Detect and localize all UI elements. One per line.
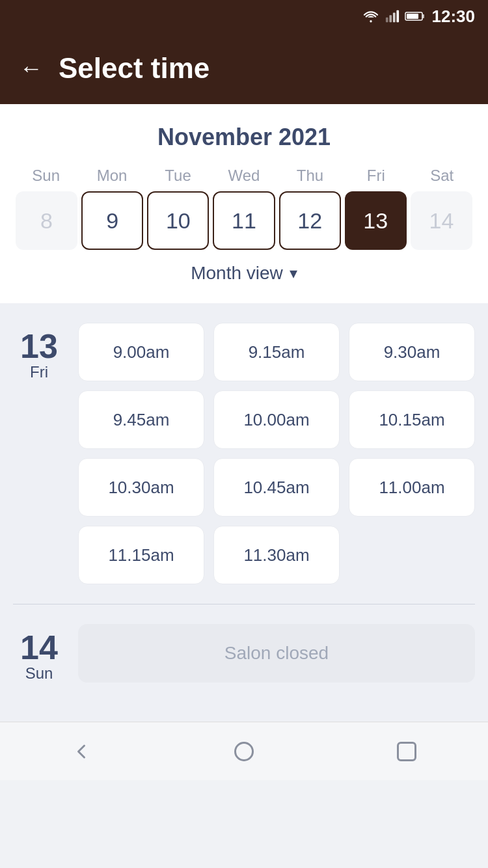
days-row: 8 9 10 11 12 13 14	[13, 191, 475, 250]
time-slot-1100am[interactable]: 11.00am	[349, 458, 475, 517]
day-14-section: 14 Sun Salon closed	[13, 624, 475, 683]
day-13[interactable]: 13	[345, 191, 407, 250]
header: ← Select time	[0, 33, 488, 104]
day-12[interactable]: 12	[279, 191, 341, 250]
svg-point-7	[236, 742, 253, 760]
time-slot-1015am[interactable]: 10.15am	[349, 390, 475, 449]
weekday-tue: Tue	[145, 167, 211, 185]
time-section: 13 Fri 9.00am 9.15am 9.30am 9.45am 10.00…	[0, 303, 488, 722]
day-13-slots-grid: 9.00am 9.15am 9.30am 9.45am 10.00am 10.1…	[78, 323, 475, 584]
time-slot-1045am[interactable]: 10.45am	[213, 458, 340, 517]
day-13-label: 13 Fri	[13, 323, 65, 381]
nav-back-button[interactable]	[65, 735, 98, 768]
day-13-number: 13	[20, 329, 58, 363]
home-nav-icon	[232, 740, 256, 763]
time-slot-1030am[interactable]: 10.30am	[78, 458, 204, 517]
weekday-sat: Sat	[409, 167, 475, 185]
day-13-section: 13 Fri 9.00am 9.15am 9.30am 9.45am 10.00…	[13, 323, 475, 584]
time-slot-1115am[interactable]: 11.15am	[78, 526, 204, 584]
day-14-label: 14 Sun	[13, 624, 65, 683]
nav-home-button[interactable]	[228, 735, 260, 768]
day-13-name: Fri	[30, 363, 48, 381]
calendar-section: November 2021 Sun Mon Tue Wed Thu Fri Sa…	[0, 104, 488, 303]
nav-recent-button[interactable]	[390, 735, 423, 768]
status-time: 12:30	[432, 7, 476, 27]
svg-rect-6	[407, 14, 418, 19]
back-nav-icon	[70, 740, 93, 763]
month-view-label: Month view	[191, 263, 283, 284]
time-slot-1000am[interactable]: 10.00am	[213, 390, 340, 449]
month-view-toggle[interactable]: Month view ▾	[13, 250, 475, 290]
time-slot-915am[interactable]: 9.15am	[213, 323, 340, 381]
time-slot-930am[interactable]: 9.30am	[349, 323, 475, 381]
weekday-mon: Mon	[79, 167, 144, 185]
time-slot-900am[interactable]: 9.00am	[78, 323, 204, 381]
day-14[interactable]: 14	[411, 191, 472, 250]
day-14-name: Sun	[25, 664, 53, 683]
wifi-icon	[362, 10, 380, 23]
chevron-down-icon: ▾	[290, 264, 297, 282]
time-slot-945am[interactable]: 9.45am	[78, 390, 204, 449]
time-slot-1130am[interactable]: 11.30am	[213, 526, 340, 584]
weekday-row: Sun Mon Tue Wed Thu Fri Sat	[13, 167, 475, 185]
day-10[interactable]: 10	[147, 191, 209, 250]
weekday-sun: Sun	[13, 167, 79, 185]
status-bar: 12:30	[0, 0, 488, 33]
back-button[interactable]: ←	[20, 55, 43, 82]
signal-icon	[385, 9, 400, 23]
weekday-fri: Fri	[343, 167, 409, 185]
svg-rect-2	[392, 13, 395, 23]
svg-rect-0	[385, 18, 388, 22]
day-8[interactable]: 8	[16, 191, 77, 250]
svg-rect-3	[396, 10, 399, 22]
weekday-wed: Wed	[211, 167, 277, 185]
battery-icon	[405, 10, 426, 22]
day-11[interactable]: 11	[213, 191, 275, 250]
svg-rect-8	[398, 742, 416, 760]
page-title: Select time	[59, 52, 210, 85]
recent-nav-icon	[395, 740, 418, 763]
day-14-number: 14	[20, 631, 58, 664]
section-divider	[13, 604, 475, 604]
svg-rect-1	[389, 15, 392, 22]
day-9[interactable]: 9	[81, 191, 143, 250]
salon-closed-slot: Salon closed	[78, 624, 475, 683]
svg-rect-5	[422, 14, 424, 18]
signal-icons	[362, 9, 426, 23]
nav-bar	[0, 722, 488, 780]
weekday-thu: Thu	[277, 167, 343, 185]
month-title: November 2021	[13, 124, 475, 151]
